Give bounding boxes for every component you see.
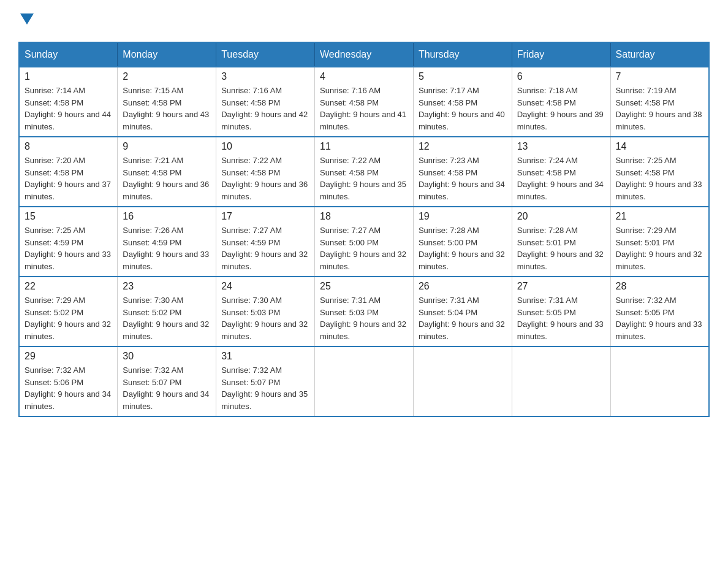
page-header <box>18 12 710 29</box>
day-info: Sunrise: 7:15 AMSunset: 4:58 PMDaylight:… <box>123 85 211 132</box>
day-info: Sunrise: 7:26 AMSunset: 4:59 PMDaylight:… <box>123 224 211 272</box>
day-number: 14 <box>616 141 703 152</box>
day-number: 28 <box>616 281 703 292</box>
day-info: Sunrise: 7:31 AMSunset: 5:04 PMDaylight:… <box>419 294 507 342</box>
column-header-friday: Friday <box>512 42 610 67</box>
day-info: Sunrise: 7:16 AMSunset: 4:58 PMDaylight:… <box>221 85 309 132</box>
calendar-cell: 16 Sunrise: 7:26 AMSunset: 4:59 PMDaylig… <box>118 207 216 277</box>
day-number: 25 <box>320 281 408 292</box>
calendar-cell <box>315 347 414 416</box>
calendar-week-row: 1 Sunrise: 7:14 AMSunset: 4:58 PMDayligh… <box>19 67 709 137</box>
calendar-week-row: 22 Sunrise: 7:29 AMSunset: 5:02 PMDaylig… <box>19 277 709 347</box>
calendar-week-row: 29 Sunrise: 7:32 AMSunset: 5:06 PMDaylig… <box>19 347 709 416</box>
column-header-tuesday: Tuesday <box>216 42 315 67</box>
calendar-header-row: SundayMondayTuesdayWednesdayThursdayFrid… <box>19 42 709 67</box>
day-number: 24 <box>221 281 309 292</box>
day-number: 1 <box>25 71 112 82</box>
day-info: Sunrise: 7:25 AMSunset: 4:58 PMDaylight:… <box>616 155 703 202</box>
day-number: 29 <box>25 351 112 362</box>
logo-arrow-icon <box>20 13 34 27</box>
day-number: 19 <box>419 211 507 222</box>
day-number: 31 <box>221 351 309 362</box>
day-number: 5 <box>419 71 507 82</box>
calendar-cell: 26 Sunrise: 7:31 AMSunset: 5:04 PMDaylig… <box>413 277 512 347</box>
day-info: Sunrise: 7:32 AMSunset: 5:05 PMDaylight:… <box>616 294 703 342</box>
calendar-cell: 14 Sunrise: 7:25 AMSunset: 4:58 PMDaylig… <box>610 137 709 207</box>
day-number: 11 <box>320 141 408 152</box>
day-info: Sunrise: 7:31 AMSunset: 5:05 PMDaylight:… <box>517 294 605 342</box>
day-number: 21 <box>616 211 703 222</box>
day-info: Sunrise: 7:19 AMSunset: 4:58 PMDaylight:… <box>616 85 703 132</box>
calendar-cell: 21 Sunrise: 7:29 AMSunset: 5:01 PMDaylig… <box>610 207 709 277</box>
calendar-cell <box>413 347 512 416</box>
day-info: Sunrise: 7:32 AMSunset: 5:07 PMDaylight:… <box>221 364 309 412</box>
day-info: Sunrise: 7:27 AMSunset: 4:59 PMDaylight:… <box>221 224 309 272</box>
day-info: Sunrise: 7:22 AMSunset: 4:58 PMDaylight:… <box>221 155 309 202</box>
calendar-cell: 18 Sunrise: 7:27 AMSunset: 5:00 PMDaylig… <box>315 207 414 277</box>
day-info: Sunrise: 7:28 AMSunset: 5:00 PMDaylight:… <box>419 224 507 272</box>
column-header-saturday: Saturday <box>610 42 709 67</box>
day-number: 4 <box>320 71 408 82</box>
day-info: Sunrise: 7:18 AMSunset: 4:58 PMDaylight:… <box>517 85 605 132</box>
day-info: Sunrise: 7:27 AMSunset: 5:00 PMDaylight:… <box>320 224 408 272</box>
calendar-cell: 28 Sunrise: 7:32 AMSunset: 5:05 PMDaylig… <box>610 277 709 347</box>
column-header-sunday: Sunday <box>19 42 118 67</box>
day-info: Sunrise: 7:30 AMSunset: 5:02 PMDaylight:… <box>123 294 211 342</box>
day-number: 15 <box>25 211 112 222</box>
day-info: Sunrise: 7:14 AMSunset: 4:58 PMDaylight:… <box>25 85 112 132</box>
calendar-cell: 31 Sunrise: 7:32 AMSunset: 5:07 PMDaylig… <box>216 347 315 416</box>
calendar-cell: 20 Sunrise: 7:28 AMSunset: 5:01 PMDaylig… <box>512 207 610 277</box>
calendar-cell: 10 Sunrise: 7:22 AMSunset: 4:58 PMDaylig… <box>216 137 315 207</box>
day-number: 2 <box>123 71 211 82</box>
day-info: Sunrise: 7:30 AMSunset: 5:03 PMDaylight:… <box>221 294 309 342</box>
calendar-cell: 24 Sunrise: 7:30 AMSunset: 5:03 PMDaylig… <box>216 277 315 347</box>
logo <box>18 12 34 29</box>
day-number: 3 <box>221 71 309 82</box>
day-number: 12 <box>419 141 507 152</box>
day-number: 26 <box>419 281 507 292</box>
calendar-cell <box>610 347 709 416</box>
calendar-week-row: 15 Sunrise: 7:25 AMSunset: 4:59 PMDaylig… <box>19 207 709 277</box>
column-header-thursday: Thursday <box>413 42 512 67</box>
day-number: 16 <box>123 211 211 222</box>
day-number: 9 <box>123 141 211 152</box>
day-info: Sunrise: 7:25 AMSunset: 4:59 PMDaylight:… <box>25 224 112 272</box>
day-number: 22 <box>25 281 112 292</box>
day-number: 18 <box>320 211 408 222</box>
day-info: Sunrise: 7:23 AMSunset: 4:58 PMDaylight:… <box>419 155 507 202</box>
calendar-cell: 9 Sunrise: 7:21 AMSunset: 4:58 PMDayligh… <box>118 137 216 207</box>
day-info: Sunrise: 7:17 AMSunset: 4:58 PMDaylight:… <box>419 85 507 132</box>
calendar-cell: 6 Sunrise: 7:18 AMSunset: 4:58 PMDayligh… <box>512 67 610 137</box>
day-info: Sunrise: 7:32 AMSunset: 5:07 PMDaylight:… <box>123 364 211 412</box>
day-number: 17 <box>221 211 309 222</box>
calendar-cell: 12 Sunrise: 7:23 AMSunset: 4:58 PMDaylig… <box>413 137 512 207</box>
day-number: 30 <box>123 351 211 362</box>
calendar-cell: 7 Sunrise: 7:19 AMSunset: 4:58 PMDayligh… <box>610 67 709 137</box>
day-info: Sunrise: 7:29 AMSunset: 5:02 PMDaylight:… <box>25 294 112 342</box>
calendar-cell: 4 Sunrise: 7:16 AMSunset: 4:58 PMDayligh… <box>315 67 414 137</box>
day-number: 13 <box>517 141 605 152</box>
calendar-table: SundayMondayTuesdayWednesdayThursdayFrid… <box>18 42 710 417</box>
day-info: Sunrise: 7:16 AMSunset: 4:58 PMDaylight:… <box>320 85 408 132</box>
day-info: Sunrise: 7:21 AMSunset: 4:58 PMDaylight:… <box>123 155 211 202</box>
calendar-cell: 22 Sunrise: 7:29 AMSunset: 5:02 PMDaylig… <box>19 277 118 347</box>
calendar-cell <box>512 347 610 416</box>
day-info: Sunrise: 7:20 AMSunset: 4:58 PMDaylight:… <box>25 155 112 202</box>
calendar-cell: 19 Sunrise: 7:28 AMSunset: 5:00 PMDaylig… <box>413 207 512 277</box>
svg-marker-0 <box>20 13 34 25</box>
calendar-cell: 13 Sunrise: 7:24 AMSunset: 4:58 PMDaylig… <box>512 137 610 207</box>
day-number: 6 <box>517 71 605 82</box>
day-number: 8 <box>25 141 112 152</box>
calendar-cell: 17 Sunrise: 7:27 AMSunset: 4:59 PMDaylig… <box>216 207 315 277</box>
day-number: 27 <box>517 281 605 292</box>
day-number: 23 <box>123 281 211 292</box>
calendar-cell: 3 Sunrise: 7:16 AMSunset: 4:58 PMDayligh… <box>216 67 315 137</box>
column-header-wednesday: Wednesday <box>315 42 414 67</box>
calendar-week-row: 8 Sunrise: 7:20 AMSunset: 4:58 PMDayligh… <box>19 137 709 207</box>
calendar-cell: 23 Sunrise: 7:30 AMSunset: 5:02 PMDaylig… <box>118 277 216 347</box>
day-info: Sunrise: 7:24 AMSunset: 4:58 PMDaylight:… <box>517 155 605 202</box>
calendar-cell: 1 Sunrise: 7:14 AMSunset: 4:58 PMDayligh… <box>19 67 118 137</box>
calendar-cell: 8 Sunrise: 7:20 AMSunset: 4:58 PMDayligh… <box>19 137 118 207</box>
day-number: 7 <box>616 71 703 82</box>
calendar-cell: 11 Sunrise: 7:22 AMSunset: 4:58 PMDaylig… <box>315 137 414 207</box>
